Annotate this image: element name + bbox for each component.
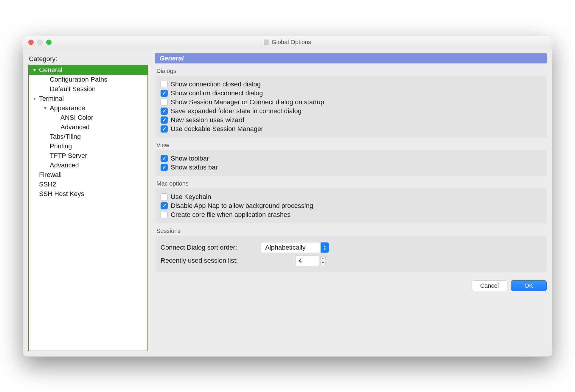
tree-item-label: Tabs/Tiling bbox=[50, 133, 81, 141]
checkbox-row: Create core file when application crashe… bbox=[161, 210, 541, 219]
tree-item-label: General bbox=[39, 66, 62, 74]
checkbox-label: Disable App Nap to allow background proc… bbox=[171, 202, 313, 210]
checkbox-label: Show status bar bbox=[171, 164, 218, 171]
checkbox-label: Show connection closed dialog bbox=[171, 80, 261, 88]
tree-item[interactable]: Default Session bbox=[29, 84, 147, 94]
checkbox-row: Show status bar bbox=[161, 163, 541, 172]
tree-item[interactable]: Advanced bbox=[29, 161, 147, 170]
group-sessions: Connect Dialog sort order: Alphabeticall… bbox=[155, 236, 547, 273]
app-icon bbox=[264, 40, 269, 45]
group-label-mac: Mac options bbox=[156, 180, 547, 187]
window-title: Global Options bbox=[272, 39, 311, 46]
checkbox[interactable] bbox=[161, 108, 168, 115]
checkbox-label: Use dockable Session Manager bbox=[171, 125, 263, 133]
checkbox-row: Use Keychain bbox=[161, 192, 541, 201]
tree-item[interactable]: TFTP Server bbox=[29, 151, 147, 161]
checkbox-row: Show confirm disconnect dialog bbox=[161, 89, 541, 98]
tree-item[interactable]: Tabs/Tiling bbox=[29, 132, 147, 141]
close-icon[interactable] bbox=[28, 40, 34, 45]
checkbox[interactable] bbox=[161, 90, 168, 97]
chevron-up-icon[interactable]: ▲ bbox=[320, 256, 326, 260]
tree-item-label: Printing bbox=[50, 142, 72, 150]
category-tree[interactable]: ▼GeneralConfiguration PathsDefault Sessi… bbox=[28, 65, 148, 351]
group-label-sessions: Sessions bbox=[156, 228, 547, 234]
sort-order-label: Connect Dialog sort order: bbox=[161, 244, 256, 251]
checkbox-label: Create core file when application crashe… bbox=[171, 211, 290, 219]
tree-item[interactable]: Configuration Paths bbox=[29, 75, 147, 84]
tree-item[interactable]: ▼Appearance bbox=[29, 103, 147, 113]
zoom-icon[interactable] bbox=[46, 40, 52, 45]
titlebar: Global Options bbox=[23, 35, 552, 49]
tree-item[interactable]: Printing bbox=[29, 141, 147, 151]
checkbox-label: Show Session Manager or Connect dialog o… bbox=[171, 98, 324, 106]
tree-item-label: TFTP Server bbox=[50, 152, 87, 160]
tree-item-label: Firewall bbox=[39, 171, 62, 179]
cancel-button[interactable]: Cancel bbox=[472, 280, 507, 291]
tree-item-label: Advanced bbox=[60, 123, 90, 131]
checkbox-row: New session uses wizard bbox=[161, 116, 541, 125]
checkbox[interactable] bbox=[161, 211, 168, 218]
checkbox-label: New session uses wizard bbox=[171, 116, 244, 124]
checkbox[interactable] bbox=[161, 155, 168, 162]
checkbox-row: Disable App Nap to allow background proc… bbox=[161, 201, 541, 210]
tree-item-label: ANSI Color bbox=[60, 114, 93, 122]
group-label-dialogs: Dialogs bbox=[156, 68, 547, 74]
checkbox-label: Show confirm disconnect dialog bbox=[171, 89, 263, 97]
checkbox[interactable] bbox=[161, 116, 168, 124]
tree-item-label: SSH2 bbox=[39, 181, 56, 188]
group-view: Show toolbarShow status bar bbox=[155, 150, 547, 176]
minimize-icon bbox=[37, 40, 43, 45]
group-mac: Use KeychainDisable App Nap to allow bac… bbox=[155, 188, 547, 223]
tree-item[interactable]: ▼General bbox=[29, 65, 147, 75]
checkbox-row: Show Session Manager or Connect dialog o… bbox=[161, 98, 541, 107]
chevron-down-icon[interactable]: ▼ bbox=[320, 261, 326, 265]
tree-item-label: SSH Host Keys bbox=[39, 190, 84, 198]
recent-list-label: Recently used session list: bbox=[161, 257, 256, 265]
checkbox-row: Show toolbar bbox=[161, 154, 541, 163]
checkbox[interactable] bbox=[161, 164, 168, 171]
sort-order-value: Alphabetically bbox=[261, 242, 321, 253]
tree-item-label: Terminal bbox=[39, 95, 64, 102]
group-label-view: View bbox=[156, 142, 547, 149]
checkbox-label: Save expanded folder state in connect di… bbox=[171, 107, 302, 115]
sort-order-select[interactable]: Alphabetically ▲▼ bbox=[261, 242, 329, 253]
tree-item-label: Default Session bbox=[50, 85, 96, 93]
checkbox-row: Show connection closed dialog bbox=[161, 80, 541, 89]
recent-list-stepper[interactable]: ▲ ▼ bbox=[320, 255, 326, 266]
tree-item-label: Configuration Paths bbox=[50, 76, 107, 83]
tree-item[interactable]: SSH2 bbox=[29, 180, 147, 189]
tree-item[interactable]: ▼Terminal bbox=[29, 94, 147, 103]
disclosure-triangle-icon[interactable]: ▼ bbox=[32, 96, 37, 101]
tree-item-label: Advanced bbox=[50, 161, 79, 169]
panel-title: General bbox=[155, 53, 547, 63]
ok-button[interactable]: OK bbox=[511, 280, 547, 291]
tree-item[interactable]: SSH Host Keys bbox=[29, 189, 147, 199]
checkbox[interactable] bbox=[161, 125, 168, 133]
tree-item[interactable]: ANSI Color bbox=[29, 113, 147, 122]
disclosure-triangle-icon[interactable]: ▼ bbox=[32, 68, 37, 72]
checkbox-label: Use Keychain bbox=[171, 193, 211, 201]
checkbox[interactable] bbox=[161, 202, 168, 209]
global-options-window: Global Options Category: ▼GeneralConfigu… bbox=[23, 35, 552, 357]
tree-item-label: Appearance bbox=[50, 104, 85, 112]
recent-list-input[interactable] bbox=[295, 255, 319, 266]
checkbox[interactable] bbox=[161, 99, 168, 106]
checkbox-label: Show toolbar bbox=[171, 155, 209, 162]
group-dialogs: Show connection closed dialogShow confir… bbox=[155, 76, 547, 138]
tree-item[interactable]: Firewall bbox=[29, 170, 147, 180]
tree-item[interactable]: Advanced bbox=[29, 122, 147, 132]
category-label: Category: bbox=[29, 55, 148, 63]
checkbox[interactable] bbox=[161, 193, 168, 200]
window-controls bbox=[28, 40, 52, 45]
checkbox[interactable] bbox=[161, 81, 168, 88]
disclosure-triangle-icon[interactable]: ▼ bbox=[43, 106, 48, 111]
checkbox-row: Use dockable Session Manager bbox=[161, 125, 541, 133]
chevron-up-down-icon: ▲▼ bbox=[321, 242, 329, 253]
checkbox-row: Save expanded folder state in connect di… bbox=[161, 107, 541, 116]
